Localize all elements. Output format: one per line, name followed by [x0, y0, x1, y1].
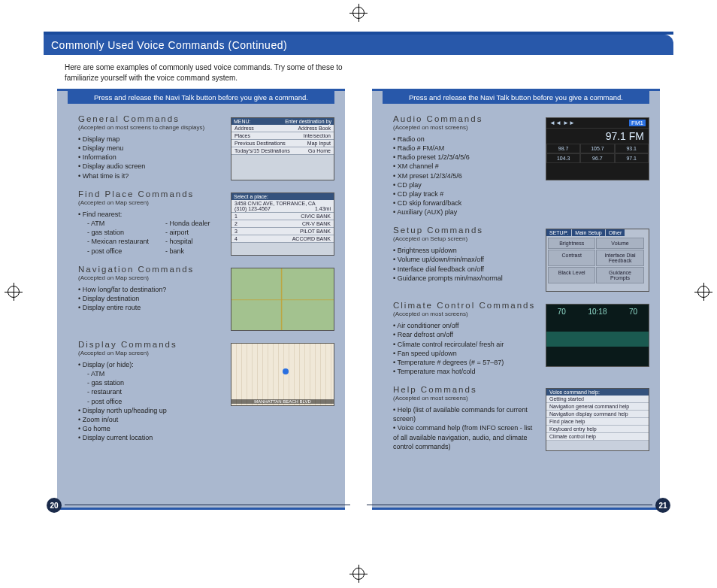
section-title: Audio Commands: [393, 114, 540, 123]
bullet-list: Help (list of available commands for cur…: [393, 405, 540, 451]
section-title: Display Commands: [78, 340, 225, 349]
screenshot-city-map: MANHATTAN BEACH BLVD: [231, 343, 334, 406]
intro-text: Here are some examples of commonly used …: [44, 55, 367, 89]
section-subtitle: (Accepted on most screens to change disp…: [78, 124, 225, 131]
section-subtitle: (Accepted on Map screen): [78, 274, 225, 281]
command-section: Find Place Commands (Accepted on Map scr…: [57, 186, 345, 262]
section-subtitle: (Accepted on most screens): [393, 124, 540, 131]
screenshot-menu: MENU:Enter destination byAddressAddress …: [231, 117, 334, 180]
bullet-list: Air conditioner on/offRear defrost on/of…: [393, 321, 540, 376]
section-title: Help Commands: [393, 385, 540, 394]
sub-list: ATMgas stationMexican restaurantpost off…: [78, 219, 149, 256]
section-title: Navigation Commands: [78, 265, 225, 274]
left-page: Press and release the Navi Talk button b…: [44, 89, 358, 510]
bullet-list: Display north up/heading upZoom in/outGo…: [78, 406, 225, 443]
page-number-left: 20: [47, 498, 62, 513]
section-title: General Commands: [78, 114, 225, 123]
section-title: Setup Commands: [393, 226, 540, 235]
sub-list: ATMgas stationrestaurantpost office: [78, 369, 124, 406]
section-subtitle: (Accepted on Map screen): [78, 350, 225, 356]
screenshot-climate: 7010:1870: [546, 304, 649, 367]
page-title: Commonly Used Voice Commands (Continued): [44, 35, 673, 55]
screenshot-map: [231, 268, 334, 331]
screenshot-setup: SETUP:Main SetupOtherBrightnessVolumeCon…: [546, 229, 649, 292]
screenshot-radio: ◄◄ ►►FM197.1 FM98.7105.793.1104.396.797.…: [546, 117, 649, 180]
sub-list: Honda dealerairporthospitalbank: [156, 219, 210, 256]
section-title: Climate Control Commands: [393, 301, 540, 310]
section-subtitle: (Accepted on Setup screen): [393, 235, 540, 242]
bullet-list: Brightness up/downVolume up/down/min/max…: [393, 246, 540, 283]
command-section: Setup Commands (Accepted on Setup screen…: [372, 223, 660, 298]
command-section: Navigation Commands (Accepted on Map scr…: [57, 262, 345, 337]
bullet-list: Find nearest:: [78, 210, 225, 219]
command-section: Help Commands (Accepted on most screens)…: [372, 382, 660, 457]
section-subtitle: (Accepted on most screens): [393, 311, 540, 317]
document-spread: Commonly Used Voice Commands (Continued)…: [44, 32, 673, 544]
command-section: Climate Control Commands (Accepted on mo…: [372, 298, 660, 382]
bullet-list: Display (or hide):: [78, 360, 225, 369]
page-number-right: 21: [655, 498, 670, 513]
screenshot-help: Voice command help:Getting startedNaviga…: [546, 388, 649, 451]
section-subtitle: (Accepted on most screens): [393, 395, 540, 402]
bullet-list: Radio onRadio # FM/AMRadio preset 1/2/3/…: [393, 135, 540, 217]
bullet-list: How long/far to destination?Display dest…: [78, 285, 225, 312]
command-section: Audio Commands (Accepted on most screens…: [372, 111, 660, 223]
instruction-bar: Press and release the Navi Talk button b…: [383, 91, 649, 104]
command-section: General Commands (Accepted on most scree…: [57, 111, 345, 186]
section-subtitle: (Accepted on Map screen): [78, 199, 225, 206]
section-title: Find Place Commands: [78, 189, 225, 199]
screenshot-list: Select a place:3458 CIVIC AVE, TORRANCE,…: [231, 192, 334, 256]
bullet-list: Display mapDisplay menuInformationDispla…: [78, 135, 225, 180]
instruction-bar: Press and release the Navi Talk button b…: [68, 91, 334, 104]
right-page: Press and release the Navi Talk button b…: [358, 89, 673, 510]
command-section: Display Commands (Accepted on Map screen…: [57, 337, 345, 448]
